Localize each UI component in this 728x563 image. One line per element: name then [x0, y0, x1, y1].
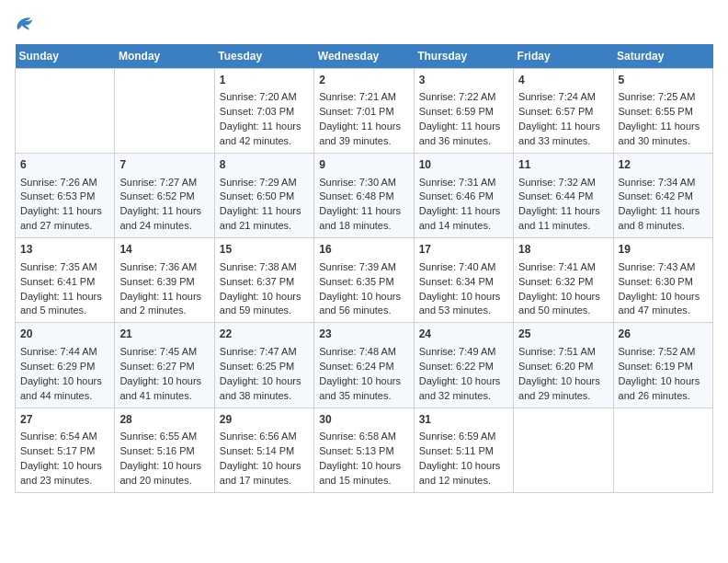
- sunset-text: Sunset: 5:11 PM: [419, 445, 494, 456]
- sunrise-text: Sunrise: 7:24 AM: [518, 91, 596, 102]
- daylight-text: Daylight: 10 hours and 29 minutes.: [518, 375, 600, 401]
- calendar-cell: 19Sunrise: 7:43 AMSunset: 6:30 PMDayligh…: [613, 238, 712, 323]
- daylight-text: Daylight: 11 hours and 24 minutes.: [119, 205, 201, 231]
- daylight-text: Daylight: 10 hours and 20 minutes.: [119, 460, 201, 486]
- day-number: 18: [518, 242, 608, 258]
- week-row-4: 20Sunrise: 7:44 AMSunset: 6:29 PMDayligh…: [16, 323, 713, 408]
- daylight-text: Daylight: 10 hours and 44 minutes.: [20, 375, 102, 401]
- calendar-cell: [115, 69, 214, 154]
- day-number: 15: [220, 242, 309, 258]
- sunrise-text: Sunrise: 7:36 AM: [119, 261, 197, 272]
- sunset-text: Sunset: 6:25 PM: [220, 361, 294, 372]
- sunrise-text: Sunrise: 7:20 AM: [220, 91, 297, 102]
- day-number: 9: [319, 157, 408, 173]
- sunset-text: Sunset: 6:27 PM: [119, 361, 194, 372]
- sunrise-text: Sunrise: 7:45 AM: [119, 346, 197, 357]
- sunrise-text: Sunrise: 7:22 AM: [419, 91, 496, 102]
- sunrise-text: Sunrise: 6:56 AM: [220, 431, 297, 442]
- calendar-cell: 17Sunrise: 7:40 AMSunset: 6:34 PMDayligh…: [414, 238, 513, 323]
- calendar-cell: 10Sunrise: 7:31 AMSunset: 6:46 PMDayligh…: [414, 154, 513, 238]
- sunrise-text: Sunrise: 7:40 AM: [419, 261, 496, 272]
- calendar-cell: 26Sunrise: 7:52 AMSunset: 6:19 PMDayligh…: [613, 323, 712, 408]
- day-number: 8: [220, 157, 309, 173]
- sunrise-text: Sunrise: 7:48 AM: [319, 346, 396, 357]
- sunset-text: Sunset: 6:53 PM: [20, 190, 95, 201]
- sunrise-text: Sunrise: 7:27 AM: [119, 177, 197, 188]
- col-header-monday: Monday: [115, 44, 214, 69]
- sunrise-text: Sunrise: 6:54 AM: [20, 431, 97, 442]
- calendar-cell: 7Sunrise: 7:27 AMSunset: 6:52 PMDaylight…: [115, 154, 214, 238]
- day-number: 14: [119, 242, 209, 258]
- daylight-text: Daylight: 10 hours and 47 minutes.: [619, 291, 700, 316]
- day-number: 12: [619, 157, 708, 173]
- daylight-text: Daylight: 11 hours and 8 minutes.: [619, 205, 700, 231]
- daylight-text: Daylight: 11 hours and 39 minutes.: [319, 121, 401, 146]
- sunrise-text: Sunrise: 6:59 AM: [419, 431, 496, 442]
- sunrise-text: Sunrise: 6:58 AM: [319, 431, 396, 442]
- logo-bird-icon: [15, 15, 37, 33]
- sunrise-text: Sunrise: 7:47 AM: [220, 346, 297, 357]
- sunset-text: Sunset: 7:01 PM: [319, 106, 393, 117]
- sunset-text: Sunset: 5:17 PM: [20, 445, 95, 456]
- calendar-cell: 1Sunrise: 7:20 AMSunset: 7:03 PMDaylight…: [214, 69, 313, 154]
- day-number: 3: [419, 73, 508, 88]
- sunrise-text: Sunrise: 7:39 AM: [319, 261, 396, 272]
- sunset-text: Sunset: 5:14 PM: [220, 445, 294, 456]
- sunset-text: Sunset: 6:52 PM: [119, 190, 194, 201]
- sunrise-text: Sunrise: 7:44 AM: [20, 346, 97, 357]
- daylight-text: Daylight: 10 hours and 12 minutes.: [419, 460, 501, 486]
- sunrise-text: Sunrise: 7:30 AM: [319, 177, 396, 188]
- sunrise-text: Sunrise: 7:51 AM: [518, 346, 596, 357]
- day-number: 7: [119, 157, 209, 173]
- calendar-cell: 29Sunrise: 6:56 AMSunset: 5:14 PMDayligh…: [214, 408, 313, 492]
- sunrise-text: Sunrise: 7:41 AM: [518, 261, 596, 272]
- col-header-friday: Friday: [514, 44, 613, 69]
- daylight-text: Daylight: 11 hours and 30 minutes.: [619, 121, 700, 146]
- sunrise-text: Sunrise: 7:26 AM: [20, 177, 97, 188]
- calendar-cell: 30Sunrise: 6:58 AMSunset: 5:13 PMDayligh…: [314, 408, 414, 492]
- day-number: 5: [619, 73, 708, 88]
- calendar-cell: 27Sunrise: 6:54 AMSunset: 5:17 PMDayligh…: [16, 408, 115, 492]
- sunset-text: Sunset: 6:41 PM: [20, 276, 95, 287]
- daylight-text: Daylight: 11 hours and 36 minutes.: [419, 121, 501, 146]
- day-number: 4: [518, 73, 608, 88]
- sunrise-text: Sunrise: 6:55 AM: [119, 431, 197, 442]
- calendar-cell: 3Sunrise: 7:22 AMSunset: 6:59 PMDaylight…: [414, 69, 513, 154]
- sunset-text: Sunset: 6:42 PM: [619, 190, 693, 201]
- sunrise-text: Sunrise: 7:49 AM: [419, 346, 496, 357]
- day-number: 13: [20, 242, 109, 258]
- sunset-text: Sunset: 6:37 PM: [220, 276, 294, 287]
- calendar-cell: [514, 408, 613, 492]
- sunset-text: Sunset: 6:46 PM: [419, 190, 494, 201]
- calendar-cell: 21Sunrise: 7:45 AMSunset: 6:27 PMDayligh…: [115, 323, 214, 408]
- calendar-cell: 25Sunrise: 7:51 AMSunset: 6:20 PMDayligh…: [514, 323, 613, 408]
- sunrise-text: Sunrise: 7:29 AM: [220, 177, 297, 188]
- week-row-5: 27Sunrise: 6:54 AMSunset: 5:17 PMDayligh…: [16, 408, 713, 492]
- day-number: 26: [619, 327, 708, 342]
- sunset-text: Sunset: 5:16 PM: [119, 445, 194, 456]
- calendar-cell: 16Sunrise: 7:39 AMSunset: 6:35 PMDayligh…: [314, 238, 414, 323]
- sunset-text: Sunset: 6:59 PM: [419, 106, 494, 117]
- daylight-text: Daylight: 11 hours and 27 minutes.: [20, 205, 102, 231]
- daylight-text: Daylight: 11 hours and 11 minutes.: [518, 205, 600, 231]
- sunset-text: Sunset: 6:50 PM: [220, 190, 294, 201]
- day-number: 20: [20, 327, 109, 342]
- col-header-sunday: Sunday: [16, 44, 115, 69]
- sunset-text: Sunset: 6:19 PM: [619, 361, 693, 372]
- calendar-cell: 20Sunrise: 7:44 AMSunset: 6:29 PMDayligh…: [16, 323, 115, 408]
- sunrise-text: Sunrise: 7:34 AM: [619, 177, 696, 188]
- calendar-table: SundayMondayTuesdayWednesdayThursdayFrid…: [15, 44, 713, 493]
- page-header: [15, 15, 713, 33]
- col-header-thursday: Thursday: [414, 44, 513, 69]
- calendar-cell: 14Sunrise: 7:36 AMSunset: 6:39 PMDayligh…: [115, 238, 214, 323]
- daylight-text: Daylight: 10 hours and 38 minutes.: [220, 375, 301, 401]
- calendar-cell: 18Sunrise: 7:41 AMSunset: 6:32 PMDayligh…: [514, 238, 613, 323]
- daylight-text: Daylight: 10 hours and 50 minutes.: [518, 291, 600, 316]
- daylight-text: Daylight: 10 hours and 59 minutes.: [220, 291, 301, 316]
- calendar-cell: [16, 69, 115, 154]
- header-row: SundayMondayTuesdayWednesdayThursdayFrid…: [16, 44, 713, 69]
- daylight-text: Daylight: 10 hours and 17 minutes.: [220, 460, 301, 486]
- day-number: 29: [220, 412, 309, 428]
- daylight-text: Daylight: 11 hours and 2 minutes.: [119, 291, 201, 316]
- daylight-text: Daylight: 10 hours and 32 minutes.: [419, 375, 501, 401]
